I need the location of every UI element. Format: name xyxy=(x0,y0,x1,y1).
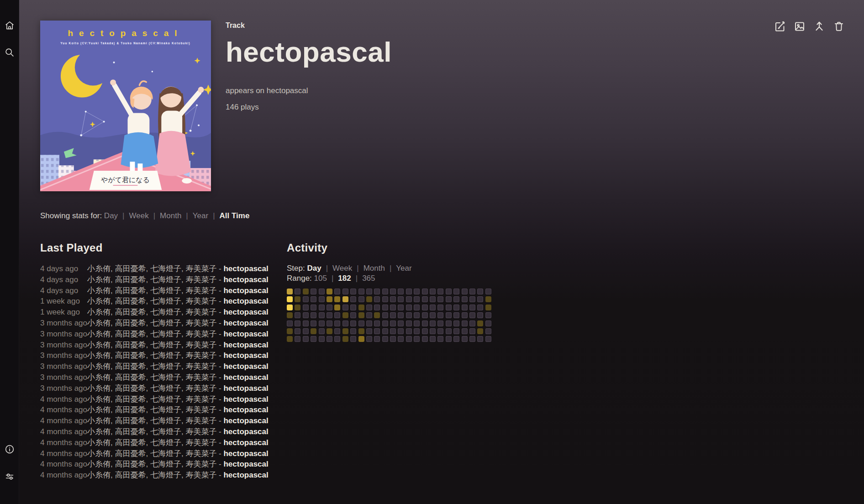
activity-day-cell[interactable] xyxy=(342,304,348,310)
activity-day-cell[interactable] xyxy=(414,320,420,326)
artist-link[interactable]: 小糸侑 xyxy=(87,351,111,360)
activity-day-cell[interactable] xyxy=(430,336,436,342)
activity-day-cell[interactable] xyxy=(462,296,468,302)
artist-link[interactable]: 高田憂希 xyxy=(115,395,146,404)
artist-link[interactable]: 小糸侑 xyxy=(87,330,111,338)
artist-link[interactable]: 寿美菜子 xyxy=(185,319,216,327)
activity-day-cell[interactable] xyxy=(390,296,396,302)
artist-link[interactable]: 高田憂希 xyxy=(115,264,146,273)
activity-day-cell[interactable] xyxy=(398,304,404,310)
activity-day-cell[interactable] xyxy=(414,336,420,342)
activity-day-cell[interactable] xyxy=(366,289,372,294)
activity-day-cell[interactable] xyxy=(406,296,412,302)
activity-day-cell[interactable] xyxy=(374,328,380,334)
artist-link[interactable]: 寿美菜子 xyxy=(185,460,216,468)
activity-day-cell[interactable] xyxy=(390,320,396,326)
activity-day-cell[interactable] xyxy=(334,312,340,318)
artist-link[interactable]: 高田憂希 xyxy=(115,438,146,447)
activity-day-cell[interactable] xyxy=(358,336,364,342)
artist-link[interactable]: 小糸侑 xyxy=(87,384,111,393)
artist-link[interactable]: 高田憂希 xyxy=(115,308,146,316)
track-link[interactable]: hectopascal xyxy=(223,471,268,479)
activity-day-cell[interactable] xyxy=(422,328,428,334)
stats-option-week[interactable]: Week xyxy=(129,211,149,220)
activity-day-cell[interactable] xyxy=(295,304,300,310)
activity-day-cell[interactable] xyxy=(453,304,459,310)
activity-day-cell[interactable] xyxy=(303,289,309,294)
activity-day-cell[interactable] xyxy=(374,312,380,318)
activity-day-cell[interactable] xyxy=(319,312,325,318)
activity-day-cell[interactable] xyxy=(422,336,428,342)
artist-link[interactable]: 寿美菜子 xyxy=(185,351,216,360)
activity-day-cell[interactable] xyxy=(453,336,459,342)
activity-day-cell[interactable] xyxy=(437,320,443,326)
activity-day-cell[interactable] xyxy=(295,336,300,342)
artist-link[interactable]: 七海燈子 xyxy=(150,308,181,316)
artist-link[interactable]: 小糸侑 xyxy=(87,460,111,468)
activity-day-cell[interactable] xyxy=(446,320,452,326)
track-link[interactable]: hectopascal xyxy=(223,297,268,305)
activity-day-cell[interactable] xyxy=(311,289,316,294)
activity-day-cell[interactable] xyxy=(462,312,468,318)
activity-day-cell[interactable] xyxy=(350,320,356,326)
activity-day-cell[interactable] xyxy=(350,336,356,342)
activity-day-cell[interactable] xyxy=(295,312,300,318)
artist-link[interactable]: 小糸侑 xyxy=(87,395,111,404)
activity-day-cell[interactable] xyxy=(358,289,364,294)
activity-day-cell[interactable] xyxy=(366,312,372,318)
track-link[interactable]: hectopascal xyxy=(223,384,268,393)
stats-option-month[interactable]: Month xyxy=(160,211,181,220)
activity-day-cell[interactable] xyxy=(334,328,340,334)
track-link[interactable]: hectopascal xyxy=(223,449,268,458)
activity-day-cell[interactable] xyxy=(295,320,300,326)
artist-link[interactable]: 七海燈子 xyxy=(150,275,181,284)
artist-link[interactable]: 小糸侑 xyxy=(87,319,111,327)
activity-day-cell[interactable] xyxy=(390,312,396,318)
artist-link[interactable]: 七海燈子 xyxy=(150,460,181,468)
artist-link[interactable]: 小糸侑 xyxy=(87,286,111,295)
merge-icon[interactable] xyxy=(813,21,825,32)
activity-day-cell[interactable] xyxy=(303,312,309,318)
activity-day-cell[interactable] xyxy=(453,328,459,334)
artist-link[interactable]: 高田憂希 xyxy=(115,460,146,468)
activity-day-cell[interactable] xyxy=(358,320,364,326)
activity-day-cell[interactable] xyxy=(446,328,452,334)
activity-day-cell[interactable] xyxy=(327,328,332,334)
artist-link[interactable]: 小糸侑 xyxy=(87,427,111,436)
activity-day-cell[interactable] xyxy=(350,296,356,302)
activity-day-cell[interactable] xyxy=(485,320,491,326)
artist-link[interactable]: 小糸侑 xyxy=(87,373,111,382)
activity-day-cell[interactable] xyxy=(477,304,483,310)
activity-day-cell[interactable] xyxy=(319,304,325,310)
activity-day-cell[interactable] xyxy=(319,289,325,294)
artist-link[interactable]: 寿美菜子 xyxy=(185,405,216,414)
edit-icon[interactable] xyxy=(774,21,786,32)
activity-day-cell[interactable] xyxy=(422,312,428,318)
track-link[interactable]: hectopascal xyxy=(223,395,268,404)
activity-day-cell[interactable] xyxy=(382,336,388,342)
activity-day-cell[interactable] xyxy=(414,312,420,318)
artist-link[interactable]: 高田憂希 xyxy=(115,405,146,414)
info-icon[interactable] xyxy=(4,444,15,455)
artist-link[interactable]: 寿美菜子 xyxy=(185,427,216,436)
step-option-week[interactable]: Week xyxy=(332,264,352,273)
artist-link[interactable]: 七海燈子 xyxy=(150,341,181,349)
activity-day-cell[interactable] xyxy=(398,289,404,294)
activity-day-cell[interactable] xyxy=(414,296,420,302)
track-link[interactable]: hectopascal xyxy=(223,405,268,414)
artist-link[interactable]: 高田憂希 xyxy=(115,319,146,327)
activity-day-cell[interactable] xyxy=(446,296,452,302)
activity-day-cell[interactable] xyxy=(382,328,388,334)
activity-day-cell[interactable] xyxy=(485,296,491,302)
artist-link[interactable]: 高田憂希 xyxy=(115,373,146,382)
artist-link[interactable]: 七海燈子 xyxy=(150,449,181,458)
activity-day-cell[interactable] xyxy=(469,289,475,294)
activity-day-cell[interactable] xyxy=(406,320,412,326)
step-option-day[interactable]: Day xyxy=(307,264,321,273)
activity-day-cell[interactable] xyxy=(469,320,475,326)
artist-link[interactable]: 七海燈子 xyxy=(150,264,181,273)
activity-day-cell[interactable] xyxy=(342,289,348,294)
activity-day-cell[interactable] xyxy=(358,304,364,310)
track-link[interactable]: hectopascal xyxy=(223,351,268,360)
track-link[interactable]: hectopascal xyxy=(223,264,268,273)
